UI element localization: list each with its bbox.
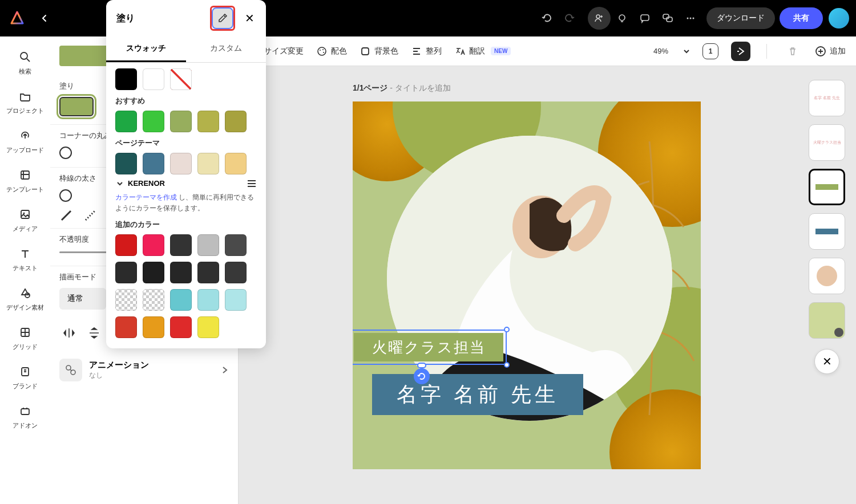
color-swatch[interactable]	[143, 234, 164, 256]
stroke-width-thumb[interactable]	[59, 189, 72, 202]
animation-row[interactable]: アニメーション なし	[50, 351, 238, 389]
page-count-icon[interactable]: 1	[702, 43, 718, 59]
color-swatch[interactable]	[225, 234, 247, 256]
color-swatch[interactable]	[143, 68, 164, 90]
tab-swatch[interactable]: スウォッチ	[106, 36, 186, 62]
color-swatch[interactable]	[225, 111, 247, 132]
color-swatch[interactable]	[197, 316, 219, 338]
sidebar-project[interactable]: プロジェクト	[0, 83, 50, 122]
svg-point-1	[619, 15, 625, 21]
sidebar-text[interactable]: テキスト	[0, 240, 50, 279]
list-icon[interactable]	[247, 180, 257, 188]
color-swatch[interactable]	[170, 153, 192, 174]
sidebar-grid[interactable]: グリッド	[0, 319, 50, 358]
flip-vertical-icon[interactable]	[84, 323, 104, 343]
canvas-area[interactable]: 1/1ページ - タイトルを追加 名字 名前 先生 火曜クラス担当	[239, 66, 799, 504]
more-icon[interactable]	[679, 7, 702, 30]
download-button[interactable]: ダウンロード	[706, 7, 775, 29]
color-swatch[interactable]	[143, 262, 164, 283]
user-avatar[interactable]	[829, 8, 849, 29]
color-swatch[interactable]	[170, 111, 192, 132]
ctx-bg[interactable]: 背景色	[360, 46, 398, 57]
resize-handle-br[interactable]	[504, 362, 510, 368]
tab-custom[interactable]: カスタム	[186, 36, 266, 62]
thumb-photo[interactable]	[809, 258, 845, 294]
close-thumbs-button[interactable]: ✕	[814, 349, 839, 374]
no-color-swatch[interactable]	[170, 68, 192, 90]
rotate-button[interactable]	[414, 368, 430, 384]
chevron-down-icon[interactable]	[683, 48, 690, 55]
comment-icon[interactable]	[633, 7, 656, 30]
help-lightbulb-icon[interactable]	[611, 7, 633, 30]
invite-icon[interactable]	[588, 7, 611, 30]
color-swatch[interactable]	[143, 111, 164, 132]
color-swatch[interactable]	[115, 289, 137, 311]
selection-outline	[353, 330, 507, 365]
undo-icon[interactable]	[535, 7, 558, 30]
color-swatch[interactable]	[197, 111, 219, 132]
chat-bubbles-icon[interactable]	[656, 7, 679, 30]
thumb-class-text[interactable]: 火曜クラス担当	[809, 124, 845, 161]
artboard[interactable]: 名字 名前 先生 火曜クラス担当	[353, 101, 701, 469]
flip-horizontal-icon[interactable]	[59, 323, 79, 343]
selected-banner[interactable]: 火曜クラス担当	[353, 330, 507, 365]
thumb-pattern[interactable]	[809, 302, 845, 339]
color-swatch[interactable]	[170, 316, 192, 338]
svg-point-7	[693, 18, 695, 19]
ctx-palette[interactable]: 配色	[316, 46, 347, 57]
ctx-translate[interactable]: 翻訳NEW	[454, 46, 511, 57]
thumb-title-text[interactable]: 名字 名前 先生	[809, 80, 845, 116]
brand-section-toggle[interactable]: KERENOR	[115, 179, 257, 188]
sidebar-brand[interactable]: ブランド	[0, 358, 50, 397]
color-swatch[interactable]	[115, 111, 137, 132]
color-swatch[interactable]	[170, 262, 192, 283]
color-swatch[interactable]	[225, 262, 247, 283]
color-swatch[interactable]	[197, 262, 219, 283]
zoom-level[interactable]: 49%	[653, 47, 668, 55]
color-swatch[interactable]	[197, 234, 219, 256]
eyedropper-button[interactable]	[213, 9, 232, 28]
color-swatch[interactable]	[143, 289, 164, 311]
sidebar-template[interactable]: テンプレート	[0, 161, 50, 201]
delete-icon[interactable]	[783, 42, 802, 61]
fill-swatch[interactable]	[59, 97, 94, 116]
close-button[interactable]: ✕	[240, 9, 259, 28]
sidebar-upload[interactable]: アップロード	[0, 122, 50, 161]
thumb-green-bar[interactable]	[809, 169, 845, 205]
color-swatch[interactable]	[115, 262, 137, 283]
sidebar-design[interactable]: デザイン素材	[0, 279, 50, 319]
name-banner[interactable]: 名字 名前 先生	[372, 374, 583, 415]
color-swatch[interactable]	[170, 234, 192, 256]
color-swatch[interactable]	[115, 316, 137, 338]
color-swatch[interactable]	[143, 153, 164, 174]
thumb-blue-bar[interactable]	[809, 213, 845, 250]
color-swatch[interactable]	[115, 234, 137, 256]
color-swatch[interactable]	[143, 316, 164, 338]
resize-handle-tr[interactable]	[504, 327, 510, 332]
color-swatch[interactable]	[170, 289, 192, 311]
page-title[interactable]: 1/1ページ - タイトルを追加	[239, 66, 799, 101]
color-swatch[interactable]	[225, 153, 247, 174]
redo-icon[interactable]	[558, 7, 581, 30]
brand-name: KERENOR	[128, 179, 165, 188]
app-logo[interactable]	[7, 8, 27, 29]
corner-radius-thumb[interactable]	[59, 147, 72, 159]
ctx-align[interactable]: 整列	[411, 46, 442, 57]
share-button[interactable]: 共有	[780, 7, 823, 29]
stroke-solid-icon[interactable]	[59, 209, 73, 222]
back-button[interactable]	[34, 8, 55, 29]
sidebar-search[interactable]: 検索	[0, 43, 50, 83]
blend-select[interactable]: 通常	[59, 288, 106, 310]
color-swatch[interactable]	[115, 153, 137, 174]
color-swatch[interactable]	[197, 153, 219, 174]
view-layers-icon[interactable]	[731, 42, 750, 61]
stroke-dotted-icon[interactable]	[83, 209, 97, 222]
color-swatch[interactable]	[225, 289, 247, 311]
create-theme-link[interactable]: カラーテーマを作成	[115, 193, 177, 201]
color-swatch[interactable]	[115, 68, 137, 90]
ctx-add[interactable]: 追加	[815, 46, 846, 57]
resize-handle-mb[interactable]	[417, 363, 426, 368]
sidebar-media[interactable]: メディア	[0, 201, 50, 240]
sidebar-addon[interactable]: アドオン	[0, 397, 50, 437]
color-swatch[interactable]	[197, 289, 219, 311]
